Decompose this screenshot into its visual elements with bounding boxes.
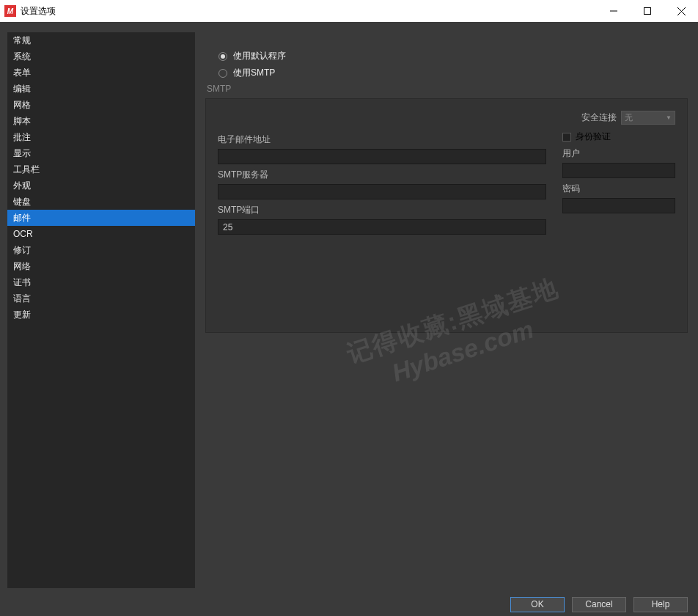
sidebar-item-6[interactable]: 批注 bbox=[7, 129, 195, 145]
radio-use-default[interactable]: 使用默认程序 bbox=[218, 50, 688, 62]
sidebar-item-1[interactable]: 系统 bbox=[7, 48, 195, 65]
smtp-section-label: SMTP bbox=[207, 84, 688, 94]
app-icon: M bbox=[4, 5, 16, 17]
sidebar-item-3[interactable]: 编辑 bbox=[7, 81, 195, 97]
minimize-icon bbox=[610, 7, 617, 15]
chevron-down-icon: ▼ bbox=[666, 114, 672, 121]
footer: OK Cancel Help bbox=[0, 593, 698, 616]
user-input[interactable] bbox=[562, 163, 675, 178]
sidebar-item-16[interactable]: 语言 bbox=[7, 290, 195, 307]
ok-button[interactable]: OK bbox=[510, 597, 565, 612]
sidebar-item-14[interactable]: 网络 bbox=[7, 258, 195, 274]
sidebar-item-7[interactable]: 显示 bbox=[7, 145, 195, 161]
smtp-port-input[interactable] bbox=[218, 219, 546, 235]
sidebar-item-9[interactable]: 外观 bbox=[7, 177, 195, 194]
sidebar: 常规系统表单编辑网格脚本批注显示工具栏外观键盘邮件OCR修订网络证书语言更新 bbox=[7, 32, 195, 588]
close-icon bbox=[677, 7, 686, 15]
sidebar-item-17[interactable]: 更新 bbox=[7, 307, 195, 323]
sidebar-item-10[interactable]: 键盘 bbox=[7, 194, 195, 210]
help-button[interactable]: Help bbox=[633, 597, 688, 612]
secure-connection-label: 安全连接 bbox=[581, 111, 617, 124]
sidebar-item-12[interactable]: OCR bbox=[7, 226, 195, 242]
window-controls bbox=[597, 0, 698, 22]
secure-connection-select[interactable]: 无 ▼ bbox=[621, 111, 675, 125]
password-input[interactable] bbox=[562, 198, 675, 213]
checkbox-icon bbox=[562, 133, 571, 142]
minimize-button[interactable] bbox=[597, 0, 631, 22]
sidebar-item-0[interactable]: 常规 bbox=[7, 32, 195, 48]
radio-use-smtp[interactable]: 使用SMTP bbox=[218, 67, 688, 79]
close-button[interactable] bbox=[664, 0, 698, 22]
cancel-button[interactable]: Cancel bbox=[572, 597, 626, 612]
smtp-server-label: SMTP服务器 bbox=[218, 169, 546, 181]
maximize-button[interactable] bbox=[631, 0, 664, 22]
select-value: 无 bbox=[625, 112, 633, 123]
auth-label: 身份验证 bbox=[576, 131, 611, 143]
svg-rect-1 bbox=[644, 8, 651, 15]
sidebar-item-4[interactable]: 网格 bbox=[7, 97, 195, 113]
smtp-panel: 安全连接 无 ▼ 电子邮件地址 SMTP服务器 SMTP端口 bbox=[205, 98, 688, 333]
auth-checkbox-row[interactable]: 身份验证 bbox=[562, 131, 675, 143]
password-label: 密码 bbox=[562, 183, 675, 195]
smtp-server-input[interactable] bbox=[218, 184, 546, 199]
content-panel: 使用默认程序 使用SMTP SMTP 安全连接 无 ▼ 电子邮件地址 SMTP服… bbox=[205, 32, 688, 588]
email-input[interactable] bbox=[218, 149, 546, 164]
radio-icon bbox=[218, 52, 227, 61]
maximize-icon bbox=[644, 7, 651, 15]
sidebar-item-13[interactable]: 修订 bbox=[7, 242, 195, 258]
titlebar: M 设置选项 bbox=[0, 0, 698, 22]
radio-label: 使用SMTP bbox=[233, 67, 275, 79]
smtp-port-label: SMTP端口 bbox=[218, 204, 546, 216]
sidebar-item-5[interactable]: 脚本 bbox=[7, 113, 195, 129]
user-label: 用户 bbox=[562, 147, 675, 160]
sidebar-item-2[interactable]: 表单 bbox=[7, 65, 195, 81]
radio-icon bbox=[218, 69, 227, 78]
sidebar-item-15[interactable]: 证书 bbox=[7, 274, 195, 290]
radio-label: 使用默认程序 bbox=[233, 50, 286, 62]
window-title: 设置选项 bbox=[21, 5, 56, 18]
email-label: 电子邮件地址 bbox=[218, 133, 546, 146]
sidebar-item-8[interactable]: 工具栏 bbox=[7, 161, 195, 177]
sidebar-item-11[interactable]: 邮件 bbox=[7, 210, 195, 226]
